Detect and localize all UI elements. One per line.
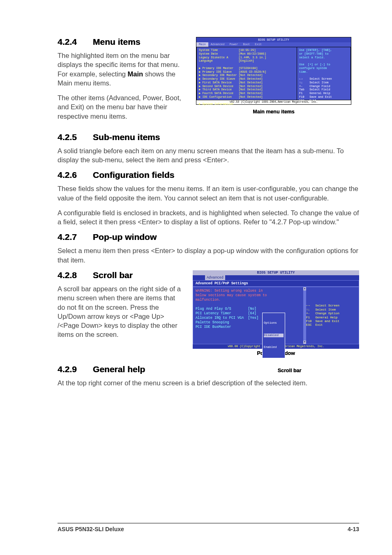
bios2-help-text: ←→ Select Screen ↑↓ Select Item +- Chang… [306, 304, 339, 327]
bios-screenshot-main: BIOS SETUP UTILITY Main Advanced Power B… [196, 37, 351, 105]
heading-title: Menu items [93, 37, 141, 46]
bios-tab-advanced[interactable]: Advanced [208, 42, 227, 47]
bios-help-text: Use [ENTER], [TAB], or [SHIFT-TAB] to se… [299, 48, 332, 74]
para-426b: A configurable field is enclosed in brac… [58, 208, 359, 227]
bios-menubar: Main Advanced Power Boot Exit [196, 42, 351, 47]
heading-title: General help [93, 364, 145, 374]
bios-title: BIOS SETUP UTILITY [196, 37, 351, 42]
bios2-tab-advanced[interactable]: Advanced [205, 275, 225, 280]
bios-tab-exit[interactable]: Exit [252, 42, 264, 47]
bios-help-keys: ←→ Select Screen ↑↓ Select Item +- Chang… [299, 77, 332, 102]
bios-tab-main[interactable]: Main [196, 42, 208, 47]
para-424a: The highlighted item on the menu bar dis… [58, 51, 187, 88]
heading-title: Scroll bar [93, 270, 133, 280]
para-429: At the top right corner of the menu scre… [58, 378, 359, 387]
bios-tab-power[interactable]: Power [227, 42, 240, 47]
para-428b: Up/Down arrow keys or <Page Up> /<Page D… [58, 312, 184, 339]
bios2-scrollbar[interactable]: ▲ ▼ [303, 287, 306, 344]
bios2-items: Plug And Play O/S [No] PCI Latency Timer… [196, 307, 258, 329]
para-428a: A scroll bar appears on the right side o… [58, 284, 184, 312]
caption-main-items: Main menu items [196, 109, 351, 115]
bios2-section-title: Advanced PCI/PnP Settings [193, 280, 359, 287]
para-bold: Main [128, 70, 143, 78]
heading-num: 4.2.5 [58, 132, 90, 142]
heading-num: 4.2.7 [58, 232, 90, 242]
page-footer: ASUS P5N32-SLI Deluxe 4-13 [58, 523, 359, 532]
para-427: Select a menu item then press <Enter> to… [58, 246, 359, 265]
heading-429: 4.2.9 General help [58, 364, 187, 374]
heading-426: 4.2.6 Configuration fields [58, 170, 359, 180]
heading-427: 4.2.7 Pop-up window [58, 232, 359, 242]
para-425: A solid triangle before each item on any… [58, 146, 359, 165]
footer-left: ASUS P5N32-SLI Deluxe [58, 526, 124, 532]
para-426a: These fields show the values for the men… [58, 184, 359, 203]
scrollbar-up-icon[interactable]: ▲ [303, 287, 306, 290]
heading-title: Pop-up window [93, 232, 157, 242]
bios2-menubar: Advanced [193, 275, 359, 280]
bios-screenshot-popup: BIOS SETUP UTILITY Advanced Advanced PCI… [193, 270, 359, 346]
bios-tab-boot[interactable]: Boot [240, 42, 252, 47]
heading-425: 4.2.5 Sub-menu items [58, 132, 359, 142]
popup-title: Options [264, 321, 284, 325]
bios-help-pane: Use [ENTER], [TAB], or [SHIFT-TAB] to se… [297, 47, 351, 100]
heading-num: 4.2.8 [58, 270, 90, 280]
bios2-popup[interactable]: Options Disabled Enabled [262, 313, 285, 358]
heading-num: 4.2.6 [58, 170, 90, 180]
footer-right: 4-13 [348, 526, 359, 532]
popup-option-disabled[interactable]: Disabled [264, 334, 284, 338]
para-424b: The other items (Advanced, Power, Boot, … [58, 93, 187, 121]
heading-title: Configuration fields [93, 170, 174, 180]
popup-option-enabled[interactable]: Enabled [264, 345, 284, 350]
caption-scrollbar: Scroll bar [195, 368, 359, 373]
bios2-title: BIOS SETUP UTILITY [193, 270, 359, 275]
heading-428: 4.2.8 Scroll bar [58, 270, 184, 280]
heading-num: 4.2.9 [58, 364, 90, 374]
bios-main-items: System Time [10:55:25] System Date [Mon … [196, 47, 297, 100]
bios2-main-pane: WARNING: Setting wrong values in below s… [193, 287, 304, 344]
scrollbar-down-icon[interactable]: ▼ [303, 341, 306, 344]
bios2-warning: WARNING: Setting wrong values in below s… [196, 289, 267, 302]
heading-title: Sub-menu items [93, 132, 160, 142]
heading-num: 4.2.4 [58, 37, 90, 47]
heading-424: 4.2.4 Menu items [58, 37, 187, 47]
